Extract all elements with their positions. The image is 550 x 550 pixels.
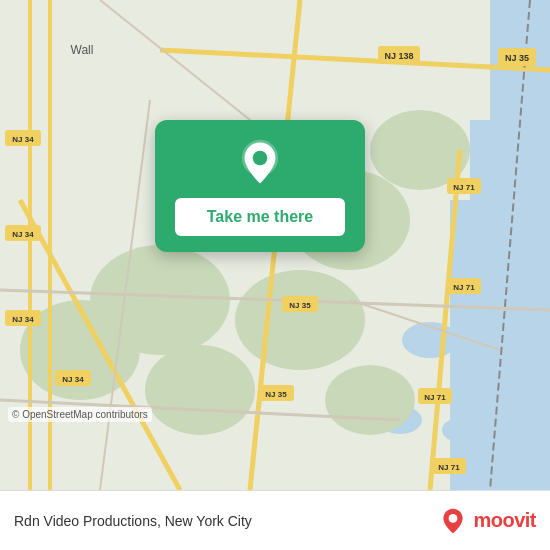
moovit-logo: moovit [439, 507, 536, 535]
svg-point-13 [145, 345, 255, 435]
take-me-there-button[interactable]: Take me there [175, 198, 345, 236]
svg-text:Wall: Wall [71, 43, 94, 57]
svg-text:NJ 71: NJ 71 [453, 183, 475, 192]
popup-card[interactable]: Take me there [155, 120, 365, 252]
svg-point-54 [449, 514, 458, 523]
svg-text:NJ 34: NJ 34 [12, 230, 34, 239]
moovit-pin-icon [439, 507, 467, 535]
svg-text:NJ 34: NJ 34 [12, 135, 34, 144]
location-label: Rdn Video Productions, New York City [14, 513, 252, 529]
svg-text:NJ 34: NJ 34 [12, 315, 34, 324]
pin-icon [235, 138, 285, 188]
svg-point-53 [253, 151, 268, 166]
svg-text:NJ 35: NJ 35 [289, 301, 311, 310]
svg-text:NJ 138: NJ 138 [384, 51, 413, 61]
svg-text:NJ 34: NJ 34 [62, 375, 84, 384]
copyright-text: © OpenStreetMap contributors [8, 407, 152, 422]
svg-text:NJ 71: NJ 71 [424, 393, 446, 402]
moovit-text: moovit [473, 509, 536, 532]
svg-point-10 [235, 270, 365, 370]
map-container: NJ 35 NJ 138 NJ 34 NJ 34 NJ 34 NJ 34 NJ … [0, 0, 550, 490]
bottom-bar: Rdn Video Productions, New York City moo… [0, 490, 550, 550]
svg-text:NJ 35: NJ 35 [265, 390, 287, 399]
svg-point-14 [325, 365, 415, 435]
svg-point-6 [442, 418, 478, 442]
svg-text:NJ 35: NJ 35 [505, 53, 529, 63]
svg-text:NJ 71: NJ 71 [453, 283, 475, 292]
svg-rect-3 [450, 200, 550, 490]
svg-text:NJ 71: NJ 71 [438, 463, 460, 472]
